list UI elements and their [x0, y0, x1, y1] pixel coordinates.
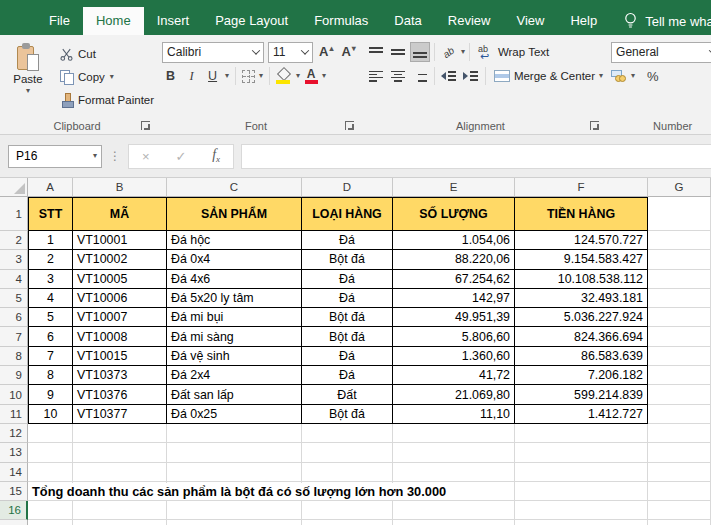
row-header-3[interactable]: 3 [0, 250, 28, 269]
font-color-button[interactable]: A [304, 69, 318, 84]
cell-A4[interactable]: 3 [28, 270, 73, 289]
cell-G3[interactable] [648, 250, 711, 269]
cell-A2[interactable]: 1 [28, 231, 73, 250]
cell-A8[interactable]: 7 [28, 347, 73, 366]
copy-button[interactable]: Copy ▾ [60, 66, 154, 88]
percent-style-button[interactable]: % [647, 69, 659, 84]
align-bottom-button[interactable] [410, 42, 430, 62]
increase-font-size-button[interactable]: A▴ [317, 45, 335, 59]
underline-options-icon[interactable]: ▾ [225, 72, 229, 80]
cell-E11[interactable]: 11,10 [393, 405, 515, 424]
tab-page-layout[interactable]: Page Layout [202, 7, 301, 35]
tab-home[interactable]: Home [83, 7, 144, 35]
cell-B16[interactable] [73, 501, 167, 520]
fill-color-button[interactable] [276, 69, 292, 84]
column-header-F[interactable]: F [515, 178, 648, 197]
row-header-10[interactable]: 10 [0, 385, 28, 404]
cell-F4[interactable]: 10.108.538.112 [515, 270, 648, 289]
cell-G15[interactable] [648, 482, 711, 501]
align-middle-button[interactable] [388, 42, 408, 62]
cell-B13[interactable] [73, 443, 167, 462]
cell-D8[interactable]: Đá [302, 347, 393, 366]
tab-formulas[interactable]: Formulas [301, 7, 381, 35]
number-format-dropdown[interactable]: General [611, 42, 711, 63]
cell-C7[interactable]: Đá mi sàng [167, 327, 302, 346]
italic-button[interactable]: I [183, 66, 200, 86]
cell-C6[interactable]: Đá mi bụi [167, 308, 302, 327]
cell-C16[interactable] [167, 501, 302, 520]
row-header-15[interactable]: 15 [0, 482, 28, 501]
cell-G13[interactable] [648, 443, 711, 462]
orientation-options-icon[interactable]: ▾ [461, 48, 465, 56]
cell-F17[interactable] [515, 520, 648, 525]
cell-E2[interactable]: 1.054,06 [393, 231, 515, 250]
cell-D2[interactable]: Đá [302, 231, 393, 250]
cell-E14[interactable] [393, 463, 515, 482]
cell-C8[interactable]: Đá vệ sinh [167, 347, 302, 366]
cell-A16[interactable] [28, 501, 73, 520]
cell-B1[interactable]: MÃ [73, 197, 167, 231]
tab-data[interactable]: Data [381, 7, 434, 35]
select-all-corner[interactable] [0, 178, 28, 197]
format-painter-button[interactable]: Format Painter [60, 89, 154, 111]
cell-A1[interactable]: STT [28, 197, 73, 231]
cell-C9[interactable]: Đá 2x4 [167, 366, 302, 385]
cell-B9[interactable]: VT10373 [73, 366, 167, 385]
row-header-13[interactable]: 13 [0, 443, 28, 462]
cell-E8[interactable]: 1.360,60 [393, 347, 515, 366]
wrap-text-button[interactable]: ab↩ Wrap Text [478, 45, 549, 59]
cell-F7[interactable]: 824.366.694 [515, 327, 648, 346]
cell-G12[interactable] [648, 424, 711, 443]
cell-F14[interactable] [515, 463, 648, 482]
cell-F9[interactable]: 7.206.182 [515, 366, 648, 385]
cell-E16[interactable] [393, 501, 515, 520]
cell-A7[interactable]: 6 [28, 327, 73, 346]
name-box-dropdown-icon[interactable]: ▾ [93, 152, 97, 160]
cell-D1[interactable]: LOẠI HÀNG [302, 197, 393, 231]
cell-E4[interactable]: 67.254,62 [393, 270, 515, 289]
cell-G14[interactable] [648, 463, 711, 482]
cell-B4[interactable]: VT10005 [73, 270, 167, 289]
cell-G10[interactable] [648, 385, 711, 404]
cell-C14[interactable] [167, 463, 302, 482]
row-header-1[interactable]: 1 [0, 197, 28, 231]
cell-B2[interactable]: VT10001 [73, 231, 167, 250]
cell-A5[interactable]: 4 [28, 289, 73, 308]
cell-F3[interactable]: 9.154.583.427 [515, 250, 648, 269]
cell-A11[interactable]: 10 [28, 405, 73, 424]
cell-F13[interactable] [515, 443, 648, 462]
cell-G11[interactable] [648, 405, 711, 424]
cell-A3[interactable]: 2 [28, 250, 73, 269]
cell-B5[interactable]: VT10006 [73, 289, 167, 308]
cell-C11[interactable]: Đá 0x25 [167, 405, 302, 424]
formula-bar-splitter[interactable]: ⋮ [109, 149, 121, 163]
row-header-5[interactable]: 5 [0, 289, 28, 308]
cell-B12[interactable] [73, 424, 167, 443]
cell-D14[interactable] [302, 463, 393, 482]
cell-F1[interactable]: TIỀN HÀNG [515, 197, 648, 231]
cell-B8[interactable]: VT10015 [73, 347, 167, 366]
cell-G6[interactable] [648, 308, 711, 327]
cell-A12[interactable] [28, 424, 73, 443]
cell-G2[interactable] [648, 231, 711, 250]
name-box[interactable]: P16 ▾ [8, 145, 102, 168]
cell-G17[interactable] [648, 520, 711, 525]
formula-input[interactable] [241, 144, 711, 169]
cell-G5[interactable] [648, 289, 711, 308]
cell-F8[interactable]: 86.583.639 [515, 347, 648, 366]
cut-button[interactable]: Cut [60, 43, 154, 65]
cell-F6[interactable]: 5.036.227.924 [515, 308, 648, 327]
cell-B6[interactable]: VT10007 [73, 308, 167, 327]
cell-E6[interactable]: 49.951,39 [393, 308, 515, 327]
cell-F15[interactable] [515, 482, 648, 501]
cell-G8[interactable] [648, 347, 711, 366]
cell-C4[interactable]: Đá 4x6 [167, 270, 302, 289]
cell-F5[interactable]: 32.493.181 [515, 289, 648, 308]
cell-C2[interactable]: Đá hộc [167, 231, 302, 250]
cell-D17[interactable] [302, 520, 393, 525]
cell-F16[interactable] [515, 501, 648, 520]
cell-C3[interactable]: Đá 0x4 [167, 250, 302, 269]
cell-A14[interactable] [28, 463, 73, 482]
cell-D9[interactable]: Đá [302, 366, 393, 385]
cell-B11[interactable]: VT10377 [73, 405, 167, 424]
